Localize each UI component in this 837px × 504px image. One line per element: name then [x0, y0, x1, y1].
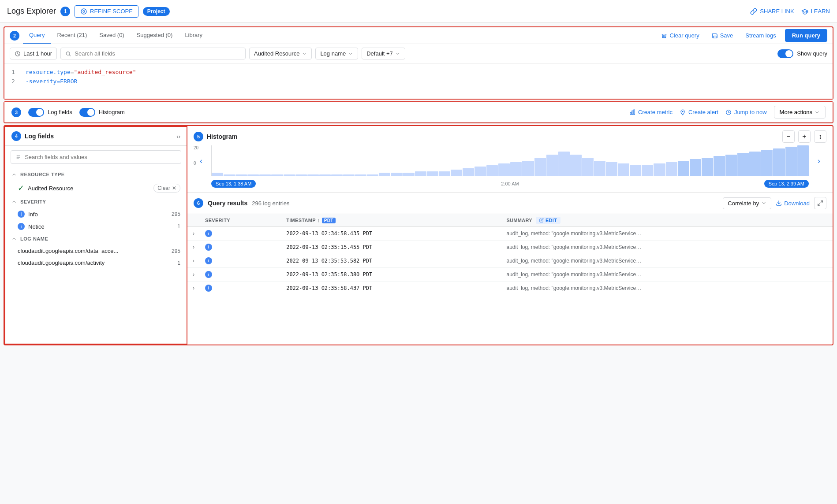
histogram-bar[interactable] [725, 155, 737, 176]
histogram-bar[interactable] [475, 167, 486, 176]
tab-library[interactable]: Library [179, 27, 209, 44]
log-name-activity-item[interactable]: cloudaudit.googleapis.com/activity 1 [5, 257, 187, 269]
download-button[interactable]: Download [776, 200, 810, 207]
histogram-bar[interactable] [654, 163, 665, 176]
create-alert-button[interactable]: Create alert [680, 109, 718, 115]
histogram-bar[interactable] [797, 145, 809, 176]
resource-type-section-header[interactable]: RESOURCE TYPE [5, 168, 187, 181]
histogram-bar[interactable] [284, 174, 295, 176]
histogram-bar[interactable] [367, 174, 378, 176]
histogram-bar[interactable] [271, 174, 283, 176]
histogram-bar[interactable] [570, 155, 582, 176]
histogram-bar[interactable] [761, 150, 773, 176]
histogram-bar[interactable] [331, 174, 343, 176]
info-field-item[interactable]: i Info 295 [5, 208, 187, 220]
clear-badge[interactable]: Clear ✕ [153, 184, 180, 193]
clear-query-button[interactable]: Clear query [658, 30, 702, 41]
fullscreen-button[interactable] [814, 197, 826, 209]
histogram-bar[interactable] [642, 165, 653, 176]
histogram-bar[interactable] [212, 173, 223, 176]
histogram-bar[interactable] [749, 152, 761, 176]
histogram-bar[interactable] [319, 174, 331, 176]
search-fields-box[interactable] [11, 150, 181, 164]
histogram-nav-right[interactable]: › [818, 156, 820, 166]
pdt-badge[interactable]: PDT [322, 218, 336, 223]
tab-recent[interactable]: Recent (21) [51, 27, 93, 44]
histogram-bar[interactable] [498, 163, 510, 176]
histogram-bar[interactable] [439, 171, 450, 176]
notice-field-item[interactable]: i Notice 1 [5, 220, 187, 233]
histogram-bar[interactable] [522, 161, 534, 176]
th-timestamp[interactable]: TIMESTAMP ↑ PDT [281, 214, 501, 227]
share-link-button[interactable]: SHARE LINK [750, 8, 794, 15]
table-row[interactable]: › i 2022-09-13 02:35:15.455 PDT audit_lo… [187, 241, 833, 254]
histogram-bar[interactable] [355, 174, 366, 176]
edit-button[interactable]: EDIT [536, 217, 560, 224]
query-editor[interactable]: 1 resource.type="audited_resource" 2 -se… [4, 63, 833, 99]
histogram-bar[interactable] [259, 174, 271, 176]
histogram-bar[interactable] [379, 173, 390, 176]
row-expand-2[interactable]: › [187, 254, 200, 268]
log-name-dropdown[interactable]: Log name [315, 48, 358, 59]
histogram-bar[interactable] [618, 163, 629, 176]
create-metric-button[interactable]: Create metric [629, 109, 673, 115]
histogram-bar[interactable] [486, 165, 498, 176]
histogram-bar[interactable] [630, 165, 641, 176]
histogram-bar[interactable] [785, 147, 797, 176]
histogram-bar[interactable] [224, 174, 235, 176]
severity-section-header[interactable]: SEVERITY [5, 196, 187, 208]
expand-button[interactable]: ↕ [814, 130, 826, 143]
row-expand-0[interactable]: › [187, 227, 200, 241]
histogram-bar[interactable] [690, 159, 701, 176]
histogram-bar[interactable] [534, 158, 546, 176]
search-all-fields-box[interactable] [60, 48, 246, 59]
save-button[interactable]: Save [708, 30, 737, 41]
row-expand-1[interactable]: › [187, 241, 200, 254]
histogram-bar[interactable] [235, 174, 247, 176]
stream-logs-button[interactable]: Stream logs [742, 30, 779, 41]
default-filter-dropdown[interactable]: Default +7 [362, 48, 405, 59]
histogram-bar[interactable] [403, 173, 415, 176]
histogram-bar[interactable] [773, 148, 785, 176]
histogram-bar[interactable] [737, 153, 749, 176]
histogram-bar[interactable] [510, 162, 522, 176]
histogram-bar[interactable] [558, 152, 570, 176]
histogram-nav-left[interactable]: ‹ [200, 156, 202, 166]
audited-resource-dropdown[interactable]: Audited Resource [249, 48, 312, 59]
zoom-out-button[interactable]: − [782, 130, 795, 143]
histogram-bar[interactable] [391, 173, 402, 176]
table-row[interactable]: › i 2022-09-13 02:35:58.380 PDT audit_lo… [187, 268, 833, 282]
show-query-toggle[interactable] [777, 49, 793, 58]
histogram-bar[interactable] [427, 171, 438, 176]
histogram-bar[interactable] [247, 174, 259, 176]
search-fields-input[interactable] [25, 154, 176, 160]
jump-to-now-button[interactable]: Jump to now [725, 109, 767, 115]
time-filter-button[interactable]: Last 1 hour [10, 48, 57, 59]
table-row[interactable]: › i 2022-09-13 02:34:58.435 PDT audit_lo… [187, 227, 833, 241]
histogram-bar[interactable] [343, 174, 355, 176]
histogram-bar[interactable] [666, 162, 677, 176]
log-fields-toggle[interactable] [28, 108, 44, 117]
histogram-bar[interactable] [295, 174, 307, 176]
histogram-bar[interactable] [546, 155, 558, 176]
learn-button[interactable]: LEARN [801, 8, 830, 15]
tab-saved[interactable]: Saved (0) [93, 27, 130, 44]
histogram-bar[interactable] [678, 161, 689, 176]
histogram-bar[interactable] [606, 162, 617, 176]
audited-resource-field-item[interactable]: ✓ Audited Resource Clear ✕ [5, 181, 187, 196]
tab-query[interactable]: Query [23, 27, 51, 44]
histogram-bar[interactable] [594, 161, 605, 176]
zoom-in-button[interactable]: + [798, 130, 811, 143]
histogram-bar[interactable] [714, 156, 725, 176]
histogram-bar[interactable] [415, 171, 426, 176]
more-actions-button[interactable]: More actions [774, 106, 826, 119]
histogram-bar[interactable] [463, 168, 474, 176]
table-row[interactable]: › i 2022-09-13 02:35:53.582 PDT audit_lo… [187, 254, 833, 268]
row-expand-4[interactable]: › [187, 282, 200, 295]
row-expand-3[interactable]: › [187, 268, 200, 282]
run-query-button[interactable]: Run query [785, 29, 827, 42]
correlate-by-button[interactable]: Correlate by [723, 197, 771, 209]
tab-suggested[interactable]: Suggested (0) [131, 27, 179, 44]
panel-resize-icons[interactable]: ‹› [176, 133, 180, 140]
log-name-section-header[interactable]: LOG NAME [5, 233, 187, 245]
